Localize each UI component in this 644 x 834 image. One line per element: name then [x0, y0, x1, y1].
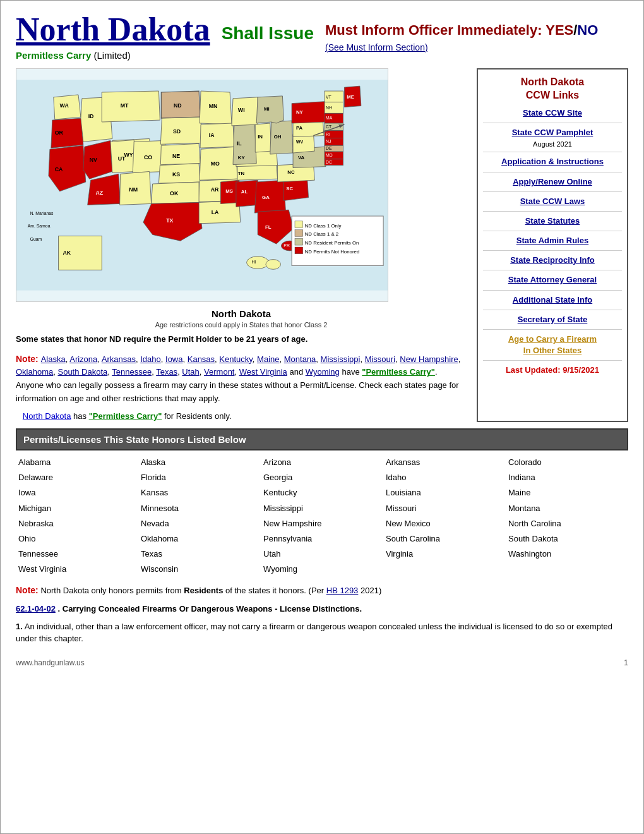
- link-nd-main[interactable]: North Dakota: [23, 411, 71, 421]
- must-inform-block: Must Inform Officer Immediately: YES/NO …: [325, 21, 628, 54]
- list-item: Nevada: [138, 517, 261, 531]
- link-kansas[interactable]: Kansas: [188, 354, 215, 364]
- bottom-note-text2: of the states it honors. (Per: [225, 586, 326, 595]
- divider-9: [483, 290, 622, 291]
- link-idaho[interactable]: Idaho: [140, 354, 161, 364]
- link-arizona[interactable]: Arizona: [69, 354, 97, 364]
- must-inform-link[interactable]: (See Must Inform Section): [325, 42, 628, 54]
- must-inform-no: NO: [577, 22, 598, 38]
- label-in: IN: [258, 135, 263, 140]
- nd-line: North Dakota has "Permitless Carry" for …: [16, 411, 467, 422]
- link-tennessee[interactable]: Tennessee: [112, 367, 152, 377]
- link-reciprocity-info[interactable]: State Reciprocity Info: [483, 255, 622, 266]
- legend-4: ND Permits Not Honored: [305, 249, 360, 255]
- link-state-statutes[interactable]: State Statutes: [483, 215, 622, 227]
- list-item: Michigan: [16, 502, 138, 516]
- label-sc: SC: [286, 186, 293, 191]
- list-item: South Dakota: [506, 532, 628, 546]
- permit-note: Some states that honor ND require the Pe…: [16, 334, 467, 345]
- link-south-dakota[interactable]: South Dakota: [57, 367, 107, 377]
- label-ky: KY: [238, 155, 246, 160]
- paragraph-1: 1. An individual, other than a law enfor…: [16, 620, 628, 645]
- link-statute[interactable]: 62.1-04-02: [16, 604, 56, 613]
- link-iowa[interactable]: Iowa: [165, 354, 182, 364]
- label-guam: Guam: [30, 237, 42, 241]
- list-item: Pennsylvania: [261, 532, 383, 546]
- list-item: Oklahoma: [138, 532, 261, 546]
- link-alaska[interactable]: Alaska: [41, 354, 66, 364]
- link-missouri[interactable]: Missouri: [365, 354, 395, 364]
- label-nd: ND: [174, 102, 182, 109]
- divider-6: [483, 231, 622, 231]
- last-updated-label: Last Updated:: [506, 365, 561, 375]
- list-item: Georgia: [261, 471, 383, 485]
- footer: www.handgunlaw.us 1: [16, 658, 628, 668]
- link-arkansas[interactable]: Arkansas: [102, 354, 136, 364]
- svg-rect-3: [295, 230, 303, 237]
- link-hb1293[interactable]: HB 1293: [326, 586, 359, 595]
- map-section: WA OR CA ID MT WY NV UT CO AZ NM ND SD N…: [16, 68, 467, 422]
- link-vermont[interactable]: Vermont: [204, 367, 234, 377]
- svg-rect-2: [295, 221, 303, 228]
- label-nm: NM: [129, 186, 138, 193]
- link-state-ccw-site[interactable]: State CCW Site: [483, 107, 622, 119]
- state-mt: [102, 91, 160, 122]
- link-new-hampshire[interactable]: New Hampshire: [400, 354, 458, 364]
- link-wyoming[interactable]: Wyoming: [306, 367, 340, 377]
- link-montana[interactable]: Montana: [284, 354, 316, 364]
- link-apply-renew[interactable]: Apply/Renew Online: [483, 176, 622, 188]
- link-texas[interactable]: Texas: [156, 367, 177, 377]
- bottom-note-text: North Dakota only honors permits from: [40, 586, 184, 595]
- divider-5: [483, 211, 622, 212]
- link-nd-permitless[interactable]: "Permitless Carry": [89, 411, 162, 421]
- link-oklahoma[interactable]: Oklahoma: [16, 367, 53, 377]
- link-west-virginia[interactable]: West Virginia: [239, 367, 287, 377]
- link-ccw-pamphlet[interactable]: State CCW Pamphlet: [483, 127, 622, 138]
- link-additional-info[interactable]: Additional State Info: [483, 294, 622, 306]
- label-mi: MI: [264, 106, 270, 112]
- must-inform-label: Must Inform Officer Immediately:: [325, 22, 542, 38]
- state-ne: [160, 143, 200, 164]
- label-oh: OH: [274, 135, 282, 140]
- label-co: CO: [144, 154, 152, 160]
- legend-2: ND Class 1 & 2: [305, 231, 339, 237]
- map-title: North Dakota: [16, 307, 467, 320]
- state-ga: [254, 180, 285, 213]
- state-mi: [256, 96, 283, 123]
- state-hi: [247, 257, 269, 269]
- label-hi: HI: [251, 260, 256, 264]
- list-item: Ohio: [16, 532, 138, 546]
- svg-rect-5: [295, 247, 303, 254]
- list-item: Iowa: [16, 486, 138, 500]
- last-updated-date: 9/15/2021: [563, 365, 599, 375]
- list-item: Kansas: [138, 486, 261, 500]
- link-attorney-general[interactable]: State Attorney General: [483, 274, 622, 286]
- label-n-marianas: N. Marianas: [30, 211, 54, 215]
- link-admin-rules[interactable]: State Admin Rules: [483, 235, 622, 246]
- link-kentucky[interactable]: Kentucky: [219, 354, 253, 364]
- divider-10: [483, 310, 622, 310]
- list-item: Utah: [261, 547, 383, 561]
- label-wv: WV: [296, 140, 303, 144]
- list-item: Louisiana: [383, 486, 506, 500]
- label-wy: WY: [124, 152, 133, 158]
- link-ccw-laws[interactable]: State CCW Laws: [483, 196, 622, 207]
- list-item: Alaska: [138, 456, 261, 469]
- label-ne: NE: [172, 153, 180, 159]
- link-maine[interactable]: Maine: [257, 354, 279, 364]
- list-item: Maine: [506, 486, 628, 500]
- label-de: DE: [326, 146, 332, 150]
- link-secretary-state[interactable]: Secretary of State: [483, 314, 622, 325]
- permits-grid: Alabama Alaska Arizona Arkansas Colorado…: [16, 456, 628, 577]
- link-age-carry[interactable]: Age to Carry a FirearmIn Other States: [483, 334, 622, 356]
- link-app-instructions[interactable]: Application & Instructions: [483, 156, 622, 167]
- link-mississippi[interactable]: Mississippi: [321, 354, 361, 364]
- link-utah[interactable]: Utah: [182, 367, 199, 377]
- label-fl: FL: [265, 224, 271, 230]
- ccw-pamphlet-date: August 2021: [483, 140, 622, 149]
- label-ga: GA: [262, 195, 270, 200]
- content-area: WA OR CA ID MT WY NV UT CO AZ NM ND SD N…: [16, 68, 628, 422]
- link-permitless[interactable]: "Permitless Carry": [362, 367, 435, 377]
- state-nv: [83, 140, 112, 179]
- statute-section: 62.1-04-02 . Carrying Concealed Firearms…: [16, 603, 628, 615]
